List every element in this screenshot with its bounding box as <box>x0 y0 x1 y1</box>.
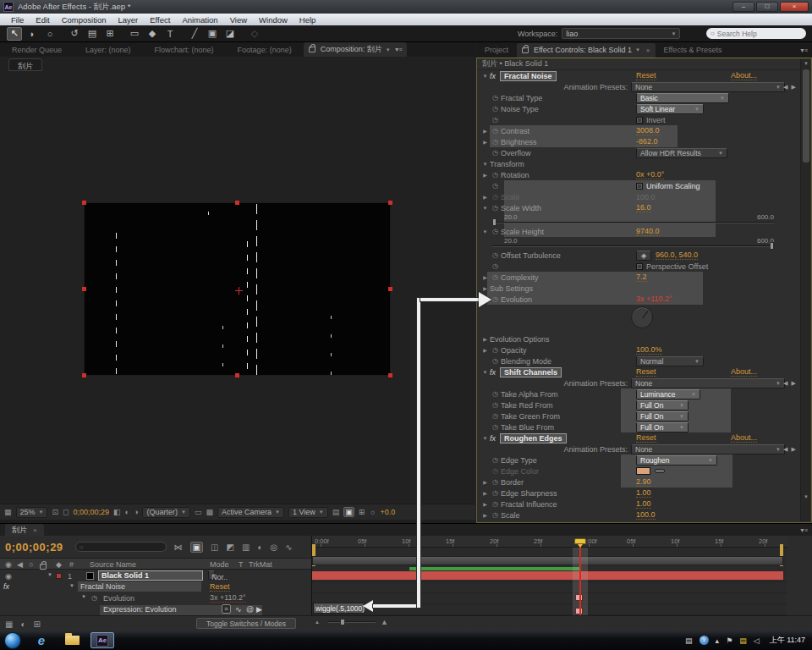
contrast-value[interactable]: 3008.0 <box>636 126 660 135</box>
animation-presets-select[interactable]: None▼ <box>631 444 785 454</box>
brainstorm-icon[interactable]: ◐ <box>257 543 262 552</box>
next-preset-icon[interactable]: ▶ <box>791 84 795 91</box>
effect-group-row[interactable]: fx ▼ Fractal Noise Reset <box>0 581 311 592</box>
t-column[interactable]: T <box>239 560 244 569</box>
twirl-right-icon[interactable]: ▶ <box>480 490 490 496</box>
scale-width-slider[interactable]: 20.0 600.0 <box>477 213 811 226</box>
effect-name[interactable]: Roughen Edges <box>500 433 567 443</box>
stopwatch-icon[interactable]: ◷ <box>490 273 501 281</box>
taskbar-clock[interactable]: 上午 11:47 <box>770 635 805 646</box>
reset-link[interactable]: Reset <box>636 71 656 80</box>
volume-icon[interactable]: ◁ <box>754 636 760 645</box>
zoom-in-mountain-icon[interactable]: ▲ <box>381 618 388 626</box>
audio-column-icon[interactable]: ◀ <box>17 560 23 569</box>
roughen-scale-value[interactable]: 100.0 <box>636 510 656 520</box>
stopwatch-icon[interactable]: ◷ <box>490 401 501 409</box>
timeline-effect-name[interactable]: Fractal Noise <box>78 581 201 592</box>
frame-blend-icon[interactable]: ◩ <box>227 543 234 552</box>
edge-type-select[interactable]: Roughen▼ <box>636 455 717 465</box>
composition-canvas[interactable] <box>85 203 390 375</box>
eyedropper-icon[interactable] <box>655 469 665 473</box>
menu-help[interactable]: Help <box>294 15 322 25</box>
stopwatch-icon[interactable]: ◷ <box>490 94 501 102</box>
menu-file[interactable]: File <box>5 15 30 25</box>
chevron-down-icon[interactable]: ▼ <box>635 47 640 52</box>
show-hidden-icons[interactable]: ▴ <box>716 636 720 645</box>
tab-project[interactable]: Project <box>476 44 517 56</box>
tab-layer[interactable]: Layer: (none) <box>74 44 143 56</box>
comp-flowchart-icon[interactable]: ▣ <box>343 507 354 517</box>
tab-composition[interactable]: Composition: 刮片 ▼ ▼≡ <box>304 42 407 57</box>
eye-icon[interactable]: ◉ <box>5 572 12 581</box>
animation-presets-select[interactable]: None▼ <box>631 82 785 92</box>
pen-tool-icon[interactable]: ◆ <box>145 27 160 41</box>
video-column-icon[interactable]: ◉ <box>5 560 12 569</box>
twirl-right-icon[interactable]: ▶ <box>480 194 490 200</box>
expression-language-icon[interactable]: ▶ <box>256 605 262 614</box>
stopwatch-icon[interactable]: ◷ <box>490 478 501 486</box>
stopwatch-icon[interactable]: ◷ <box>490 262 501 270</box>
stopwatch-icon[interactable]: ◷ <box>490 489 501 497</box>
expression-code-chip[interactable]: wiggle(.5,1000) <box>313 603 365 614</box>
effect-controls-scrollbar[interactable]: ▼ ▼ <box>800 59 810 521</box>
scale-height-value[interactable]: 9740.0 <box>636 227 660 236</box>
take-alpha-select[interactable]: Luminance▼ <box>636 389 700 399</box>
draft-3d-icon[interactable]: ▣ <box>190 542 203 553</box>
fx-badge[interactable]: fx <box>3 582 14 591</box>
timeline-search-input[interactable] <box>85 543 158 551</box>
stopwatch-icon[interactable]: ◷ <box>490 390 501 398</box>
twirl-right-icon[interactable]: ▶ <box>480 285 490 291</box>
anchor-point-crosshair[interactable] <box>235 287 243 295</box>
next-preset-icon[interactable]: ▶ <box>791 446 795 453</box>
effect-header-shift-channels[interactable]: ▼ fx Shift Channels Reset About... <box>477 366 811 377</box>
tab-effects-presets[interactable]: Effects & Presets <box>656 44 731 56</box>
take-green-select[interactable]: Full On▼ <box>636 411 689 421</box>
zoom-tool-icon[interactable]: ○ <box>42 27 58 41</box>
panel-menu-icon[interactable]: ▼≡ <box>799 527 807 533</box>
twirl-right-icon[interactable]: ▶ <box>480 172 490 178</box>
comp-viewer-tab[interactable]: 刮片 <box>8 58 42 71</box>
offset-point-button[interactable]: ◈ <box>636 251 651 261</box>
trkmat-column[interactable]: TrkMat <box>249 560 272 569</box>
roi-icon[interactable]: ▭ <box>195 508 202 516</box>
handle-mid-right[interactable] <box>388 287 392 291</box>
handle-bottom-right[interactable] <box>388 373 392 377</box>
stopwatch-icon[interactable]: ◷ <box>490 511 501 519</box>
group-row-evolution-options[interactable]: ▶ Evolution Options <box>477 333 811 344</box>
graph-editor-icon[interactable]: ∿ <box>285 543 292 552</box>
property-row-evolution[interactable]: ▼ ◷ Evolution 3x +110.2° <box>0 592 311 603</box>
animation-presets-select[interactable]: None▼ <box>631 378 785 388</box>
transparency-grid-icon[interactable]: ▩ <box>206 508 213 516</box>
menu-layer[interactable]: Layer <box>112 15 145 25</box>
scrollbar-thumb[interactable] <box>803 69 809 162</box>
stopwatch-icon[interactable]: ◷ <box>490 346 501 354</box>
evolution-dial[interactable] <box>631 306 653 328</box>
type-tool-icon[interactable]: T <box>162 27 178 41</box>
fractal-type-select[interactable]: Basic▼ <box>636 93 729 103</box>
scale-width-value[interactable]: 16.0 <box>636 203 651 212</box>
timeline-icon[interactable]: ▤ <box>332 508 340 516</box>
language-icon[interactable]: ▤ <box>685 636 693 645</box>
twirl-right-icon[interactable]: ▶ <box>480 512 490 518</box>
layer-name[interactable]: Black Solid 1 <box>98 570 203 581</box>
scroll-down-icon[interactable]: ▼ <box>801 493 811 501</box>
puppet-pin-tool-icon[interactable]: ◇ <box>247 27 262 41</box>
hand-tool-icon[interactable]: ◗ <box>25 27 40 41</box>
twirl-right-icon[interactable]: ▶ <box>480 336 490 342</box>
blend-mode-select[interactable]: Nor..▼ <box>208 570 215 580</box>
expression-graph-icon[interactable]: ∿ <box>235 605 242 614</box>
twirl-down-icon[interactable]: ▼ <box>69 583 74 588</box>
slider-handle[interactable] <box>492 218 497 226</box>
pick-whip-icon[interactable]: @ <box>246 605 254 614</box>
mode-column[interactable]: Mode <box>210 560 229 569</box>
take-red-select[interactable]: Full On▼ <box>636 400 689 410</box>
scroll-up-icon[interactable]: ▼ <box>801 59 811 68</box>
handle-bottom-left[interactable] <box>82 373 86 377</box>
toggle-switches-modes-button[interactable]: Toggle Switches / Modes <box>196 618 296 629</box>
eraser-tool-icon[interactable]: ◪ <box>222 27 238 41</box>
stopwatch-icon[interactable]: ◷ <box>490 423 501 431</box>
stopwatch-icon[interactable]: ◷ <box>490 182 501 190</box>
menu-view[interactable]: View <box>224 15 253 25</box>
source-name-column[interactable]: Source Name <box>90 560 136 569</box>
mini-flowchart-icon[interactable]: ⋈ <box>174 543 183 552</box>
